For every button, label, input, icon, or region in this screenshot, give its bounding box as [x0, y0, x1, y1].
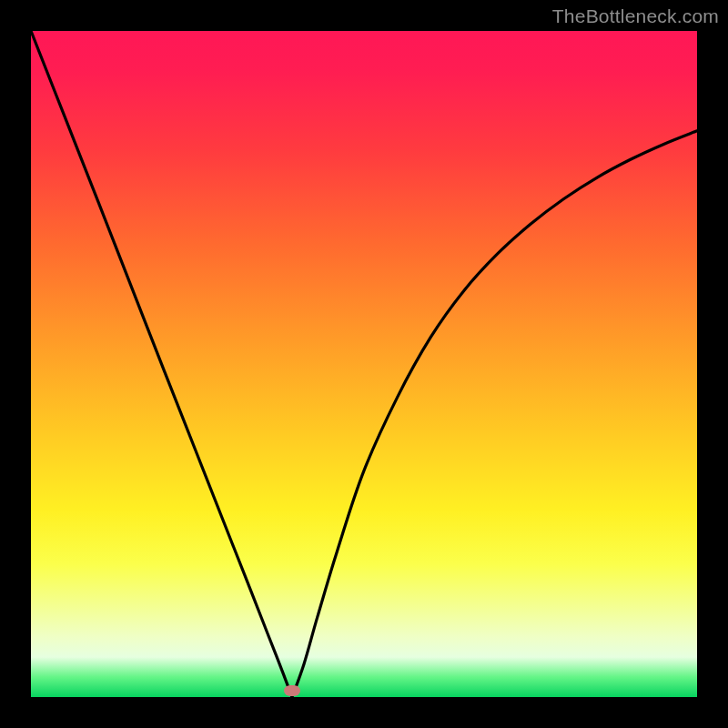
watermark-text: TheBottleneck.com [552, 5, 719, 27]
chart-frame: TheBottleneck.com [0, 0, 728, 728]
plot-area [31, 31, 697, 697]
optimum-marker [284, 685, 300, 696]
bottleneck-curve [31, 31, 697, 697]
